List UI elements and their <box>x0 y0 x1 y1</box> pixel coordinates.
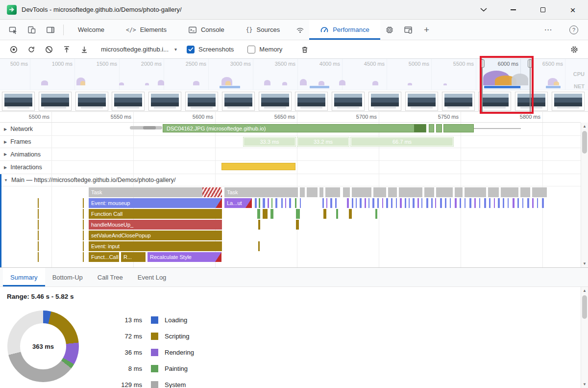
flame-bar[interactable]: setValueAndClosePopup <box>89 231 222 240</box>
flame-tick[interactable] <box>372 198 374 208</box>
flame-tick[interactable] <box>532 187 547 197</box>
flame-bar[interactable]: La...ut <box>224 198 252 208</box>
clear-recording-button[interactable] <box>40 42 58 57</box>
flame-bar[interactable]: handleMouseUp_ <box>89 220 222 230</box>
flame-tick[interactable] <box>520 187 530 197</box>
track-animations[interactable]: ▶ Animations <box>0 148 581 161</box>
flame-tick[interactable] <box>335 198 337 208</box>
screenshot-thumbnail[interactable] <box>112 92 145 111</box>
flame-tick[interactable] <box>375 209 377 219</box>
flame-tick[interactable] <box>455 198 457 208</box>
flame-tick[interactable] <box>405 198 406 208</box>
flame-tick[interactable] <box>426 198 428 208</box>
device-emulation-button[interactable] <box>23 20 41 40</box>
flame-tick[interactable] <box>431 198 433 208</box>
flame-bar[interactable]: Task <box>89 187 222 197</box>
flame-tick[interactable] <box>440 198 442 208</box>
more-options-button[interactable]: ⋯ <box>539 25 558 34</box>
flame-tick[interactable] <box>258 220 260 230</box>
flame-tick[interactable] <box>289 198 291 208</box>
timeline-tracks[interactable]: 5500 ms5550 ms5600 ms5650 ms5700 ms5750 … <box>0 112 581 267</box>
tab-network[interactable] <box>291 20 309 40</box>
flame-tick[interactable] <box>455 187 463 197</box>
flame-tick[interactable] <box>513 198 514 208</box>
flame-tick[interactable] <box>38 209 39 219</box>
flame-bar[interactable]: Event: input <box>89 241 222 251</box>
flame-tick[interactable] <box>325 187 340 197</box>
flame-tick[interactable] <box>537 198 538 208</box>
flame-tick[interactable] <box>436 187 453 197</box>
screenshot-thumbnail[interactable] <box>148 92 181 111</box>
flame-tick[interactable] <box>330 198 332 208</box>
flame-tick[interactable] <box>373 187 386 197</box>
tab-bottom-up[interactable]: Bottom-Up <box>45 268 90 286</box>
tab-sources[interactable]: {} Sources <box>235 20 291 40</box>
flame-tick[interactable] <box>300 187 305 197</box>
flame-tick[interactable] <box>399 187 422 197</box>
collapse-arrow-icon[interactable]: ▶ <box>4 127 7 131</box>
capture-settings-button[interactable] <box>565 42 583 57</box>
flame-tick[interactable] <box>295 198 296 208</box>
flame-tick[interactable] <box>38 220 39 230</box>
flame-tick[interactable] <box>498 198 500 208</box>
flame-tick[interactable] <box>450 198 451 208</box>
flame-tick[interactable] <box>263 198 265 208</box>
flame-tick[interactable] <box>38 241 39 251</box>
track-interactions[interactable]: ▶ Interactions <box>0 161 581 174</box>
reload-and-record-button[interactable] <box>23 42 40 57</box>
flame-tick[interactable] <box>307 187 318 197</box>
flame-tick[interactable] <box>343 187 350 197</box>
flame-tick[interactable] <box>391 198 392 208</box>
flame-tick[interactable] <box>336 209 338 219</box>
flame-bar[interactable]: Function Call <box>89 209 222 219</box>
panel-layout-button[interactable] <box>41 20 60 40</box>
flame-tick[interactable] <box>296 220 299 230</box>
screenshot-thumbnail[interactable] <box>259 92 292 111</box>
flame-tick[interactable] <box>503 198 504 208</box>
tab-console[interactable]: Console <box>177 20 235 40</box>
flame-tick[interactable] <box>488 187 499 197</box>
flame-tick[interactable] <box>258 241 260 251</box>
screenshot-thumbnail[interactable] <box>332 92 365 111</box>
flame-tick[interactable] <box>465 187 486 197</box>
flame-tick[interactable] <box>83 209 84 219</box>
flame-tick[interactable] <box>326 198 327 208</box>
flame-tick[interactable] <box>386 198 388 208</box>
flame-tick[interactable] <box>400 198 402 208</box>
track-network[interactable]: ▶ Network <box>0 123 581 136</box>
flame-tick[interactable] <box>259 198 260 208</box>
screenshot-thumbnail[interactable] <box>442 92 475 111</box>
flame-tick[interactable] <box>489 198 490 208</box>
flame-tick[interactable] <box>281 198 283 208</box>
tab-performance[interactable]: Performance <box>309 20 380 40</box>
tab-call-tree[interactable]: Call Tree <box>90 268 130 286</box>
flame-bar[interactable]: Funct...Call <box>89 252 119 262</box>
flame-tick[interactable] <box>38 252 39 262</box>
screenshot-thumbnail[interactable] <box>75 92 108 111</box>
summary-scrollbar[interactable]: ▲ ▼ <box>581 287 588 388</box>
save-profile-button[interactable] <box>75 42 93 57</box>
flame-tick[interactable] <box>322 198 324 208</box>
track-main[interactable]: ▼ Main — https://microsoftedge.github.io… <box>0 174 581 186</box>
tab-application[interactable] <box>399 20 417 40</box>
flame-tick[interactable] <box>270 209 273 219</box>
screenshot-thumbnail[interactable] <box>295 92 328 111</box>
flame-tick[interactable] <box>83 231 84 240</box>
scroll-down-icon[interactable]: ▼ <box>581 260 588 267</box>
flame-tick[interactable] <box>484 198 486 208</box>
memory-checkbox[interactable]: Memory <box>247 46 282 53</box>
minimize-button[interactable] <box>502 0 524 20</box>
flame-tick[interactable] <box>435 198 436 208</box>
help-button[interactable]: ? <box>564 26 583 34</box>
scrollbar-thumb[interactable] <box>582 295 587 319</box>
flame-tick[interactable] <box>271 198 272 208</box>
flame-tick[interactable] <box>257 209 260 219</box>
flame-tick[interactable] <box>424 187 434 197</box>
track-frames[interactable]: ▶ Frames <box>0 136 581 148</box>
flame-tick[interactable] <box>38 198 39 208</box>
flame-tick[interactable] <box>501 187 518 197</box>
flame-tick[interactable] <box>517 198 519 208</box>
flame-tick[interactable] <box>285 198 286 208</box>
flame-tick[interactable] <box>300 198 301 208</box>
scroll-up-icon[interactable]: ▲ <box>581 123 588 130</box>
